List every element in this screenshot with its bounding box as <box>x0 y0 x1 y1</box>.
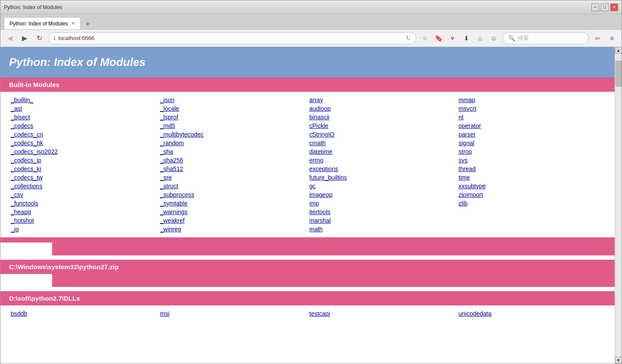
module-link[interactable]: mmap <box>457 96 606 104</box>
new-tab-button[interactable]: + <box>82 19 93 29</box>
module-link[interactable]: msi <box>158 310 308 317</box>
search-icon: 🔍 <box>508 35 515 41</box>
module-link[interactable]: bsddb <box>9 310 158 317</box>
module-link[interactable]: datetime <box>308 148 457 156</box>
module-link[interactable]: _json <box>158 96 308 104</box>
scrollbar-up-arrow[interactable]: ▲ <box>615 47 622 54</box>
scrollbar: ▲ ▼ <box>615 47 622 364</box>
maximize-button[interactable]: □ <box>601 3 609 11</box>
module-link[interactable]: zlib <box>457 199 606 207</box>
module-link[interactable]: _csv <box>9 191 158 199</box>
module-link[interactable]: zipimport <box>457 191 606 199</box>
module-link[interactable]: _sha256 <box>158 156 308 164</box>
module-link-math[interactable]: math <box>308 225 457 233</box>
module-link[interactable]: operator <box>457 122 606 130</box>
module-link[interactable]: imp <box>308 199 457 207</box>
module-link[interactable]: signal <box>457 139 606 147</box>
module-link[interactable]: sys <box>457 156 606 164</box>
back-button[interactable]: ◀ <box>4 32 16 44</box>
module-link[interactable]: _subprocess <box>158 191 308 199</box>
module-link[interactable]: itertools <box>308 208 457 216</box>
module-link[interactable]: xxsubtype <box>457 182 606 190</box>
address-reload-icon[interactable]: ↻ <box>406 35 411 41</box>
minimize-button[interactable]: ─ <box>591 3 599 11</box>
address-text: localhost:6666 <box>58 35 403 41</box>
module-link[interactable]: _warnings <box>158 208 308 216</box>
module-link[interactable]: parser <box>457 131 606 138</box>
active-tab[interactable]: Python: Index of Modules ✕ <box>4 17 81 29</box>
module-link[interactable]: _codecs <box>9 122 158 130</box>
module-link[interactable]: _codecs_kr <box>9 165 158 173</box>
download-icon[interactable]: ⬇ <box>460 32 472 44</box>
module-link[interactable]: _codecs_cn <box>9 131 158 138</box>
module-link[interactable]: time <box>457 174 606 181</box>
empty-cell <box>457 208 606 216</box>
module-link[interactable]: cmath <box>308 139 457 147</box>
module-link[interactable]: future_builtins <box>308 174 457 181</box>
close-button[interactable]: ✕ <box>610 3 618 11</box>
module-link[interactable]: binascii <box>308 113 457 121</box>
share-icon[interactable]: ⇦ <box>591 32 603 44</box>
module-link[interactable]: _codecs_hk <box>9 139 158 147</box>
module-link[interactable]: imageop <box>308 191 457 199</box>
browser-window: Python: Index of Modules ─ □ ✕ Python: I… <box>0 0 622 364</box>
module-link[interactable]: audioop <box>308 105 457 112</box>
module-link[interactable]: _sha <box>158 148 308 156</box>
bookmark-icon[interactable]: 🔖 <box>433 32 445 44</box>
module-link[interactable]: _struct <box>158 182 308 190</box>
module-link[interactable]: _ast <box>9 105 158 112</box>
module-link[interactable]: gc <box>308 182 457 190</box>
module-link[interactable]: _md5 <box>158 122 308 130</box>
search-bar[interactable]: 🔍 搜索 <box>503 32 589 44</box>
module-link[interactable]: unicodedata <box>457 310 606 317</box>
tab-close-button[interactable]: ✕ <box>71 21 75 26</box>
star-icon[interactable]: ☆ <box>419 32 431 44</box>
module-link[interactable]: _codecs_tw <box>9 174 158 181</box>
scrollbar-down-arrow[interactable]: ▼ <box>615 357 622 364</box>
module-link[interactable]: nt <box>457 113 606 121</box>
module-link[interactable]: errno <box>308 156 457 164</box>
module-link[interactable]: _codecs_iso2022 <box>9 148 158 156</box>
forward-button[interactable]: ▶ <box>19 32 31 44</box>
module-link[interactable]: _sha512 <box>158 165 308 173</box>
module-link[interactable]: exceptions <box>308 165 457 173</box>
address-bar[interactable]: ℹ localhost:6666 ↻ <box>48 32 416 44</box>
module-link[interactable]: testcapi <box>308 310 457 317</box>
menu-icon[interactable]: ≡ <box>606 32 618 44</box>
emoji-icon[interactable]: ☺ <box>488 32 500 44</box>
module-link[interactable]: _sre <box>158 174 308 181</box>
module-link[interactable]: marshal <box>308 217 457 224</box>
dlls-modules-table: bsddb msi testcapi unicodedata <box>0 305 615 322</box>
module-link[interactable]: msvcrt <box>457 105 606 112</box>
module-link[interactable]: _lsprof <box>158 113 308 121</box>
module-link[interactable]: _winreg <box>158 225 308 233</box>
module-link[interactable]: _random <box>158 139 308 147</box>
module-link[interactable]: strop <box>457 148 606 156</box>
reload-button[interactable]: ↻ <box>33 32 45 44</box>
scrollbar-thumb[interactable] <box>616 61 622 87</box>
module-link[interactable]: array <box>308 96 457 104</box>
tab-bar: Python: Index of Modules ✕ + <box>0 14 622 30</box>
window-title: Python: Index of Modules <box>4 4 62 10</box>
module-link-thread[interactable]: thread <box>457 165 606 173</box>
module-link[interactable]: _weakref <box>158 217 308 224</box>
section-header-win32zip: C:\Windows\system32\python27.zip <box>0 260 615 274</box>
module-link[interactable]: _functools <box>9 199 158 207</box>
module-link[interactable]: _collections <box>9 182 158 190</box>
module-link[interactable]: _builtin_ <box>9 96 158 104</box>
module-link[interactable]: _codecs_jp <box>9 156 158 164</box>
minimize-icon: ─ <box>594 5 597 9</box>
module-link[interactable]: _io <box>9 225 158 233</box>
module-link[interactable]: _hotshot <box>9 217 158 224</box>
pocket-icon[interactable]: ♥ <box>446 32 459 44</box>
module-link[interactable]: _locale <box>158 105 308 112</box>
home-icon[interactable]: ⌂ <box>474 32 486 44</box>
module-link[interactable]: _symtable <box>158 199 308 207</box>
module-link[interactable]: _bisect <box>9 113 158 121</box>
maximize-icon: □ <box>603 5 606 9</box>
module-link[interactable]: cPickle <box>308 122 457 130</box>
module-link[interactable]: _multibytecodec <box>158 131 308 138</box>
module-link[interactable]: cStringIO <box>308 131 457 138</box>
win32zip-divider <box>52 274 615 287</box>
module-link[interactable]: _heapq <box>9 208 158 216</box>
